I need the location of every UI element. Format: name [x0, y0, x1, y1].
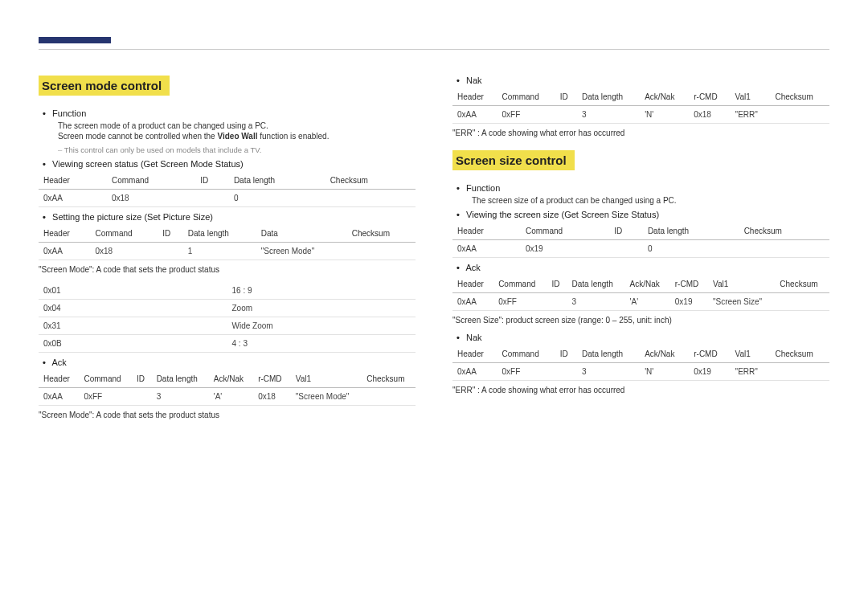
table-header-row: Header Command ID Data length Ack/Nak r-… — [452, 345, 829, 363]
td: 4 : 3 — [227, 335, 416, 353]
ack-table-2: Header Command ID Data length Ack/Nak r-… — [452, 276, 829, 311]
th: ID — [158, 225, 183, 243]
screen-mode-code-note: "Screen Mode": A code that sets the prod… — [39, 265, 416, 274]
function-label: Function — [52, 108, 86, 118]
page: Screen mode control • Function The scree… — [0, 0, 868, 460]
td: 0 — [229, 190, 326, 207]
th: Checksum — [770, 88, 829, 106]
td: 0x19 — [521, 240, 609, 258]
section-title-screen-size: Screen size control — [452, 150, 575, 170]
td: 0x19 — [670, 293, 708, 311]
td: 0xFF — [497, 106, 555, 124]
th: Val1 — [731, 345, 771, 363]
td: 3 — [577, 363, 640, 381]
th: Data length — [183, 225, 256, 243]
td: 0xAA — [39, 190, 107, 207]
th: Command — [493, 276, 547, 293]
bullet-icon: • — [452, 210, 464, 219]
td: "ERR" — [731, 363, 771, 381]
td: 'A' — [625, 293, 670, 311]
function-heading: • Function — [39, 108, 416, 118]
td: 0xFF — [497, 363, 555, 381]
td: 0xAA — [39, 243, 90, 260]
td: 3 — [577, 106, 640, 124]
td: 0x18 — [107, 190, 195, 207]
th: ID — [195, 172, 229, 190]
th: Command — [79, 370, 131, 388]
th: Command — [497, 88, 555, 106]
table-row: 0xAA 0x18 0 — [39, 190, 416, 207]
th: Val1 — [708, 276, 775, 293]
th: Checksum — [347, 225, 416, 243]
th: ID — [609, 223, 643, 240]
td: 1 — [183, 243, 256, 260]
nak-note-2: "ERR" : A code showing what error has oc… — [452, 386, 829, 394]
td: 16 : 9 — [227, 282, 416, 300]
nak-table: Header Command ID Data length Ack/Nak r-… — [452, 88, 829, 124]
th: Checksum — [362, 370, 416, 388]
td: 0xFF — [79, 388, 131, 406]
th: ID — [132, 370, 152, 388]
function-label-2: Function — [466, 183, 500, 193]
th: Command — [90, 225, 158, 243]
td — [158, 243, 183, 260]
nak-note: "ERR" : A code showing what error has oc… — [452, 129, 829, 137]
th: Ack/Nak — [209, 370, 253, 388]
section-title-screen-mode: Screen mode control — [39, 76, 170, 96]
td — [770, 363, 829, 381]
td: 0x19 — [689, 363, 730, 381]
ack-label-2: Ack — [465, 263, 480, 272]
table-row: 0x0B 4 : 3 — [39, 335, 416, 353]
td: 'N' — [640, 363, 689, 381]
table-header-row: Header Command ID Data length Checksum — [452, 223, 829, 240]
td — [326, 190, 416, 207]
td: 0x01 — [39, 282, 227, 300]
td — [739, 240, 829, 258]
setting-heading: • Setting the picture size (Set Picture … — [39, 212, 416, 222]
function-note: This control can only be used on models … — [58, 145, 416, 154]
ack-note-2: "Screen Size": product screen size (rang… — [452, 316, 829, 325]
th: Checksum — [739, 223, 829, 240]
td — [132, 388, 152, 406]
table-header-row: Header Command ID Data length Data Check… — [39, 225, 416, 243]
table-header-row: Header Command ID Data length Ack/Nak r-… — [452, 88, 829, 106]
table-row: 0x04 Zoom — [39, 300, 416, 317]
td: 0x04 — [39, 300, 227, 317]
right-column: • Nak Header Command ID Data length Ack/… — [452, 71, 829, 427]
nak-heading-2: • Nak — [452, 333, 829, 342]
th: Val1 — [731, 88, 771, 106]
td: "Screen Size" — [708, 293, 775, 311]
th: Ack/Nak — [640, 345, 689, 363]
td: 0xAA — [452, 240, 521, 258]
th: Checksum — [775, 276, 829, 293]
bullet-icon: • — [39, 358, 50, 367]
td: 0x31 — [39, 317, 227, 335]
td — [555, 106, 577, 124]
ack-heading-2: • Ack — [452, 263, 829, 272]
th: Checksum — [326, 172, 416, 190]
th: Data length — [567, 276, 625, 293]
th: Header — [39, 225, 90, 243]
th: Header — [452, 345, 497, 363]
bullet-icon: • — [452, 333, 464, 342]
viewing-table: Header Command ID Data length Checksum 0… — [39, 172, 416, 207]
td: 0xAA — [452, 363, 497, 381]
th: Header — [39, 172, 107, 190]
td: 0xAA — [452, 293, 493, 311]
th: Ack/Nak — [640, 88, 689, 106]
table-row: 0xAA 0xFF 3 'A' 0x18 "Screen Mode" — [39, 388, 416, 406]
left-column: Screen mode control • Function The scree… — [39, 71, 416, 427]
viewing-heading-2: • Viewing the screen size (Get Screen Si… — [452, 210, 829, 219]
th: r-CMD — [253, 370, 291, 388]
td: 0xAA — [452, 106, 497, 124]
nak-label-2: Nak — [466, 333, 482, 342]
viewing-label-2: Viewing the screen size (Get Screen Size… — [466, 210, 659, 219]
ack-heading: • Ack — [39, 358, 416, 367]
setting-label: Setting the picture size (Set Picture Si… — [52, 212, 213, 222]
th: Val1 — [291, 370, 362, 388]
th: Data length — [577, 345, 640, 363]
function-line2-bold: Video Wall — [217, 132, 257, 141]
td — [609, 240, 643, 258]
td — [362, 388, 416, 406]
td: 3 — [567, 293, 625, 311]
